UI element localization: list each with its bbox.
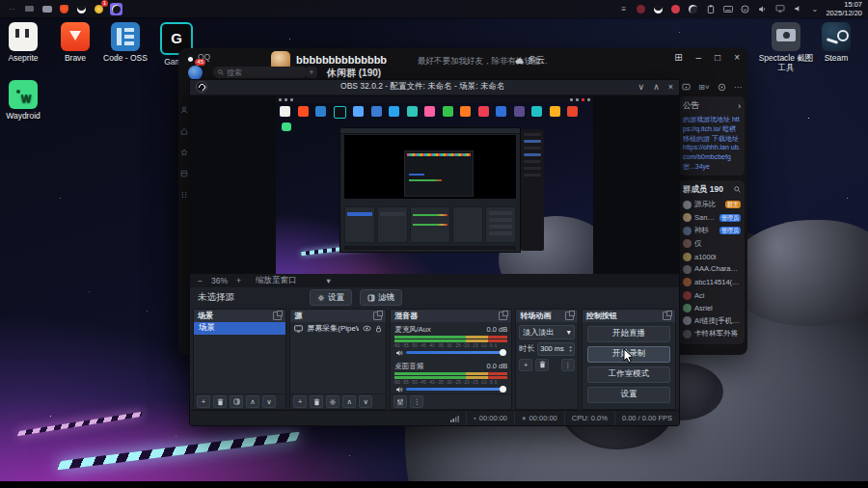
workspace-pager[interactable]: ∙∙	[6, 3, 18, 15]
desktop-icon-spectacle[interactable]: Spectacle 截图 工具	[758, 22, 814, 73]
tray-volume-icon[interactable]	[791, 3, 803, 15]
tray-ime-icon[interactable]	[635, 3, 647, 15]
close-button[interactable]: ×	[668, 82, 673, 92]
minimize-button[interactable]: –	[696, 52, 702, 63]
dock-popout-icon[interactable]	[565, 312, 574, 320]
studio-mode-button[interactable]: 工作室模式	[587, 366, 670, 383]
star-icon[interactable]	[180, 149, 188, 156]
list-item[interactable]: Aci	[683, 289, 741, 302]
announcement-card[interactable]: 公告 › 的游戏游玩地址 https://q.itch.io/ 暗棋移植的游 下…	[679, 96, 745, 176]
panel-menu-icon[interactable]: ≡	[617, 3, 630, 15]
dock-popout-icon[interactable]	[373, 312, 382, 320]
move-scene-down-button[interactable]: ∨	[262, 395, 276, 408]
tray-expand-chevron-icon[interactable]: ⌄	[808, 3, 821, 15]
tray-display-icon[interactable]	[773, 3, 786, 15]
settings-button[interactable]: 设置	[587, 387, 670, 403]
clock-widget[interactable]: 15:07 2025/12/20	[826, 0, 862, 17]
duration-spinner[interactable]: 300 ms ▴▾	[537, 342, 575, 356]
tray-obs-icon[interactable]	[687, 3, 699, 15]
chevron-down-icon[interactable]: ▾	[326, 276, 330, 285]
panel-widget-icon[interactable]	[23, 3, 36, 15]
taskbar-coin-icon[interactable]: 1	[93, 3, 105, 15]
volume-slider[interactable]	[406, 351, 506, 354]
chevron-right-icon[interactable]: ›	[738, 101, 741, 111]
add-transition-button[interactable]: +	[519, 359, 532, 371]
move-scene-up-button[interactable]: ∧	[246, 395, 259, 408]
list-item[interactable]: 仅	[683, 237, 741, 250]
tray-voice-icon[interactable]	[739, 3, 751, 15]
taskbar-qq-icon[interactable]	[75, 3, 88, 15]
maximize-button[interactable]: □	[715, 52, 720, 63]
filters-button[interactable]: 滤镜	[360, 289, 402, 306]
dock-popout-icon[interactable]	[663, 312, 671, 320]
obs-titlebar[interactable]: OBS 32.0.2 - 配置文件: 未命名 - 场景: 未命名 ∨ ∧ ×	[190, 80, 679, 95]
tray-audio-icon[interactable]	[756, 3, 769, 15]
zoom-in-button[interactable]: +	[236, 276, 241, 285]
member-search-icon[interactable]	[734, 186, 741, 193]
start-streaming-button[interactable]: 开始直播	[587, 326, 670, 342]
group-chat-tab[interactable]: 休闲群 (190)	[327, 67, 381, 80]
source-settings-button[interactable]: 设置	[310, 289, 352, 306]
list-item[interactable]: AI链接[手机]茶应用c...	[683, 314, 741, 327]
taskbar-obs-icon-active[interactable]	[110, 3, 122, 15]
obs-preview-canvas[interactable]	[190, 95, 679, 274]
spinner-arrows-icon[interactable]: ▴▾	[569, 345, 571, 353]
slider-handle[interactable]	[500, 386, 506, 393]
desktop-icon-waydroid[interactable]: Waydroid	[0, 80, 48, 122]
close-button[interactable]: ×	[734, 52, 740, 63]
list-item[interactable]: 神杉管理员	[683, 225, 741, 237]
remove-transition-button[interactable]	[535, 359, 549, 371]
list-item[interactable]: abc114514(斩刀王)	[683, 276, 741, 288]
scene-filters-button[interactable]	[230, 395, 243, 408]
workspace-icon[interactable]	[180, 170, 188, 177]
source-properties-button[interactable]	[326, 395, 339, 408]
tray-qq-icon[interactable]	[652, 3, 665, 15]
fit-to-window-label[interactable]: 缩放至窗口	[256, 275, 297, 286]
transition-select[interactable]: 淡入淡出 ▾	[519, 325, 575, 339]
dock-popout-icon[interactable]	[499, 312, 507, 320]
screen-share-icon[interactable]	[682, 83, 691, 92]
desktop-icon-steam[interactable]: Steam	[813, 22, 859, 64]
list-item[interactable]: Sans_SANS_管理员	[683, 211, 741, 224]
maximize-button[interactable]: ∧	[653, 82, 660, 92]
source-item[interactable]: 屏幕采集(PipeWire)	[290, 322, 386, 336]
add-source-button[interactable]: +	[293, 395, 307, 408]
contacts-icon[interactable]	[180, 106, 188, 114]
minimize-button[interactable]: ∨	[638, 82, 645, 92]
advanced-audio-button[interactable]	[393, 395, 407, 408]
list-item[interactable]: AAA.Chara批发商头...	[683, 263, 741, 276]
remove-scene-button[interactable]	[213, 395, 227, 408]
volume-slider[interactable]	[406, 388, 506, 391]
qq-titlebar[interactable]: QQ bbbbbbbbbbbbbb 最好不要加我好友，除非有比较重... 多云 …	[178, 48, 747, 79]
list-item[interactable]: 卡特林军外将	[683, 328, 741, 340]
lock-icon[interactable]	[375, 325, 382, 333]
more-icon[interactable]: ⋯	[734, 83, 742, 92]
home-icon[interactable]	[180, 127, 188, 135]
grip-dots-icon[interactable]	[180, 191, 188, 199]
files-icon[interactable]	[41, 3, 53, 15]
desktop-icon-brave[interactable]: Brave	[50, 22, 100, 64]
list-item[interactable]: a1000i	[683, 250, 741, 262]
desktop-icon-code-oss[interactable]: Code - OSS	[100, 22, 150, 64]
mixer-menu-button[interactable]: ⋮	[410, 395, 423, 408]
tray-keyboard-icon[interactable]	[721, 3, 734, 15]
move-source-down-button[interactable]: ∨	[359, 395, 372, 408]
qq-panel-toggle-icon[interactable]: ⊞	[674, 52, 682, 63]
record-circle-icon[interactable]	[718, 83, 726, 92]
move-source-up-button[interactable]: ∧	[342, 395, 356, 408]
speaker-icon[interactable]	[395, 386, 403, 393]
remove-source-button[interactable]	[310, 395, 323, 408]
slider-handle[interactable]	[500, 349, 506, 356]
user-avatar[interactable]: 45	[188, 66, 203, 80]
dock-popout-icon[interactable]	[273, 312, 282, 320]
tray-record-dot-icon[interactable]	[669, 3, 682, 15]
apps-grid-icon[interactable]: ⊞˅	[698, 83, 709, 92]
zoom-out-button[interactable]: −	[198, 276, 203, 285]
taskbar-brave-icon[interactable]	[58, 3, 70, 15]
desktop-icon-aseprite[interactable]: Aseprite	[0, 22, 48, 64]
tray-clipboard-icon[interactable]	[704, 3, 717, 15]
scene-item-selected[interactable]: 场景	[194, 322, 285, 335]
speaker-icon[interactable]	[395, 349, 403, 357]
search-input[interactable]: 搜索	[213, 67, 308, 78]
transition-menu-button[interactable]: ⋮	[561, 359, 575, 371]
